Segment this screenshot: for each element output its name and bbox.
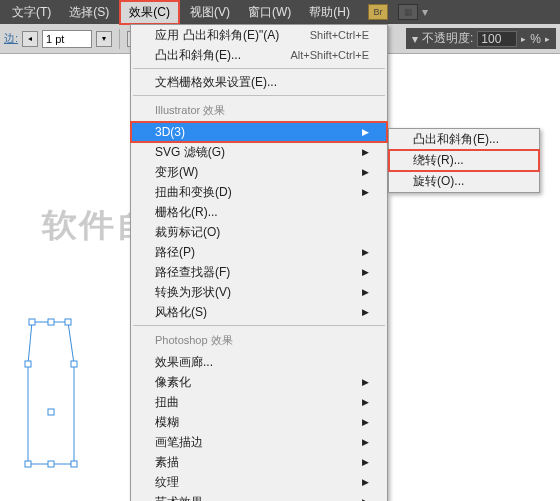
submenu-extrude-bevel[interactable]: 凸出和斜角(E)... xyxy=(389,129,539,150)
dropdown-arrow-icon[interactable]: ▾ xyxy=(422,5,428,19)
menu-text[interactable]: 文字(T) xyxy=(4,2,59,23)
submenu-rotate[interactable]: 旋转(O)... xyxy=(389,171,539,192)
separator xyxy=(133,95,385,96)
effect-dropdown: 应用Shift+Ctrl+E 凸出和斜角(E)"(A) 凸出和斜角(E)...A… xyxy=(130,24,388,501)
menu-blur[interactable]: 模糊▶ xyxy=(131,412,387,432)
menu-select[interactable]: 选择(S) xyxy=(61,2,117,23)
svg-rect-7 xyxy=(48,319,54,325)
menu-rasterize[interactable]: 栅格化(R)... xyxy=(131,202,387,222)
menu-sketch[interactable]: 素描▶ xyxy=(131,452,387,472)
svg-rect-1 xyxy=(65,319,71,325)
menu-texture[interactable]: 纹理▶ xyxy=(131,472,387,492)
separator xyxy=(133,68,385,69)
bridge-icon[interactable]: Br xyxy=(368,4,388,20)
opacity-label: 不透明度: xyxy=(422,30,473,47)
stroke-input[interactable] xyxy=(42,30,92,48)
svg-rect-0 xyxy=(29,319,35,325)
menu-pathfinder[interactable]: 路径查找器(F)▶ xyxy=(131,262,387,282)
selected-path[interactable] xyxy=(20,314,80,474)
illustrator-effects-header: Illustrator 效果 xyxy=(131,99,387,122)
submenu-revolve[interactable]: 绕转(R)... xyxy=(389,150,539,171)
menu-pixelate[interactable]: 像素化▶ xyxy=(131,372,387,392)
svg-rect-2 xyxy=(71,361,77,367)
opacity-section: ▾ 不透明度: ▸ % ▸ xyxy=(406,28,556,49)
percent-label: % xyxy=(530,32,541,46)
menu-window[interactable]: 窗口(W) xyxy=(240,2,299,23)
opacity-stepper[interactable]: ▸ xyxy=(521,34,526,44)
menu-artistic[interactable]: 艺术效果▶ xyxy=(131,492,387,501)
menu-help[interactable]: 帮助(H) xyxy=(301,2,358,23)
svg-rect-6 xyxy=(48,409,54,415)
svg-rect-3 xyxy=(25,361,31,367)
menu-convert-shape[interactable]: 转换为形状(V)▶ xyxy=(131,282,387,302)
stroke-dropdown[interactable]: ▾ xyxy=(96,31,112,47)
menu-doc-raster[interactable]: 文档栅格效果设置(E)... xyxy=(131,72,387,92)
menu-brush-strokes[interactable]: 画笔描边▶ xyxy=(131,432,387,452)
menu-extrude-options[interactable]: 凸出和斜角(E)...Alt+Shift+Ctrl+E xyxy=(131,45,387,65)
svg-rect-8 xyxy=(48,461,54,467)
menu-view[interactable]: 视图(V) xyxy=(182,2,238,23)
svg-rect-5 xyxy=(25,461,31,467)
menu-effect-gallery[interactable]: 效果画廊... xyxy=(131,352,387,372)
menu-path[interactable]: 路径(P)▶ xyxy=(131,242,387,262)
menu-distort[interactable]: 扭曲▶ xyxy=(131,392,387,412)
menu-crop-marks[interactable]: 裁剪标记(O) xyxy=(131,222,387,242)
3d-submenu: 凸出和斜角(E)... 绕转(R)... 旋转(O)... xyxy=(388,128,540,193)
separator xyxy=(133,325,385,326)
menu-3d[interactable]: 3D(3)▶ xyxy=(131,122,387,142)
submenu-arrow-icon: ▶ xyxy=(362,127,369,137)
stroke-label: 边: xyxy=(4,31,18,46)
menu-stylize-ai[interactable]: 风格化(S)▶ xyxy=(131,302,387,322)
menu-effect[interactable]: 效果(C) xyxy=(119,0,180,25)
menu-warp[interactable]: 变形(W)▶ xyxy=(131,162,387,182)
arrange-icon[interactable]: ▦ xyxy=(398,4,418,20)
svg-rect-4 xyxy=(71,461,77,467)
photoshop-effects-header: Photoshop 效果 xyxy=(131,329,387,352)
menu-distort-transform[interactable]: 扭曲和变换(D)▶ xyxy=(131,182,387,202)
stroke-decrement[interactable]: ◂ xyxy=(22,31,38,47)
menubar: 文字(T) 选择(S) 效果(C) 视图(V) 窗口(W) 帮助(H) Br ▦… xyxy=(0,0,560,24)
opacity-input[interactable] xyxy=(477,31,517,47)
separator xyxy=(119,29,120,49)
menu-apply[interactable]: 应用Shift+Ctrl+E xyxy=(131,25,387,45)
style-swatch[interactable]: ▾ xyxy=(412,32,418,46)
canvas[interactable]: 软件自学网 xyxy=(0,54,130,501)
opacity-dropdown[interactable]: ▸ xyxy=(545,34,550,44)
menu-svg-filter[interactable]: SVG 滤镜(G)▶ xyxy=(131,142,387,162)
